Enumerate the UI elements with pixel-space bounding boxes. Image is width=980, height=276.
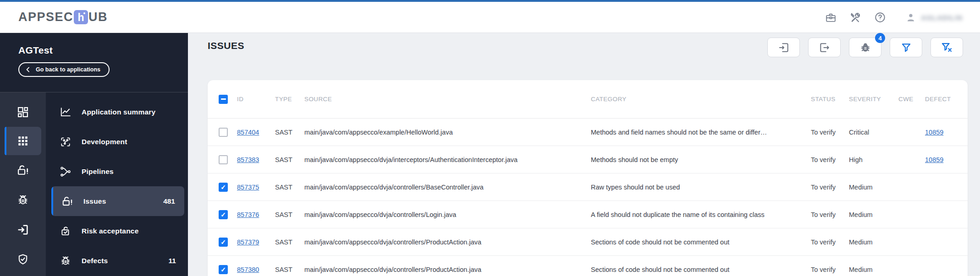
sidebar-item-pipelines[interactable]: Pipelines: [46, 157, 188, 186]
issue-type: SAST: [275, 129, 304, 136]
sidebar-item-label: Issues: [83, 197, 106, 206]
row-checkbox[interactable]: [219, 128, 228, 137]
row-checkbox[interactable]: [219, 210, 228, 219]
issue-type: SAST: [275, 211, 304, 218]
issues-toolbar: 4: [767, 38, 963, 57]
sidebar-item-label: Development: [82, 138, 127, 146]
briefcase-icon[interactable]: [825, 11, 837, 23]
issue-category: Sections of code should not be commented…: [591, 266, 811, 273]
issue-severity: Medium: [849, 211, 898, 218]
issue-source: main/java/com/appsecco/dvja/controllers/…: [304, 238, 591, 246]
export-button[interactable]: [808, 38, 841, 57]
table-row: 857404 SAST main/java/com/appsecco/examp…: [208, 119, 968, 146]
help-icon[interactable]: [874, 11, 886, 23]
issue-id-link[interactable]: 857383: [237, 156, 259, 163]
logo-text-prefix: APPSEC: [18, 10, 73, 24]
issue-category: Sections of code should not be commented…: [591, 238, 811, 246]
issue-id-link[interactable]: 857380: [237, 266, 259, 273]
logo-h-icon: h: [74, 10, 88, 24]
page-title: ISSUES: [208, 40, 244, 51]
column-header-category[interactable]: CATEGORY: [591, 96, 811, 103]
issue-id-link[interactable]: 857404: [237, 129, 259, 136]
row-checkbox[interactable]: [219, 155, 228, 164]
table-row: 857379 SAST main/java/com/appsecco/dvja/…: [208, 228, 968, 256]
column-header-id[interactable]: ID: [237, 96, 275, 103]
filter-clear-icon: [941, 41, 953, 54]
defects-bug-icon: [859, 42, 871, 54]
appsechub-logo[interactable]: APPSEC h UB: [18, 10, 108, 24]
export-icon: [819, 42, 831, 54]
logo-text-suffix: UB: [88, 10, 108, 24]
bug-icon: [17, 194, 29, 206]
column-header-defect[interactable]: DEFECT: [925, 96, 957, 103]
table-row: 857376 SAST main/java/com/appsecco/dvja/…: [208, 201, 968, 228]
issue-status: To verify: [811, 238, 849, 246]
import-icon: [778, 42, 790, 54]
column-header-status[interactable]: STATUS: [811, 96, 849, 103]
issues-count-badge: 481: [163, 197, 175, 206]
select-all-checkbox[interactable]: [219, 95, 228, 104]
rail-item-exit[interactable]: [0, 215, 46, 244]
create-defect-button[interactable]: 4: [849, 38, 881, 57]
defect-link[interactable]: 10859: [925, 129, 943, 136]
issue-type: SAST: [275, 156, 304, 163]
defect-link[interactable]: 10859: [925, 156, 943, 163]
column-header-type[interactable]: TYPE: [275, 96, 304, 103]
issue-severity: High: [849, 156, 898, 163]
column-header-cwe[interactable]: CWE: [898, 96, 925, 103]
chart-line-icon: [60, 106, 72, 118]
top-bar: APPSEC h UB: [0, 0, 980, 33]
rail-item-dashboard[interactable]: [0, 97, 46, 127]
issue-status: To verify: [811, 129, 849, 136]
issue-id-link[interactable]: 857379: [237, 238, 259, 246]
issue-severity: Medium: [849, 184, 898, 191]
issue-severity: Critical: [849, 129, 898, 136]
sidebar-item-issues[interactable]: Issues 481: [51, 186, 184, 216]
issue-type: SAST: [275, 266, 304, 273]
issue-category: A field should not duplicate the name of…: [591, 211, 811, 218]
sidebar-item-development[interactable]: Development: [46, 127, 188, 157]
sidebar-header: AGTest Go back to applications: [0, 33, 188, 92]
issue-status: To verify: [811, 156, 849, 163]
sidebar-item-risk-acceptance[interactable]: Risk acceptance: [46, 216, 188, 246]
dashboard-icon: [17, 106, 29, 119]
sidebar-item-label: Defects: [82, 257, 108, 265]
dev-branch-icon: [60, 136, 72, 148]
sidebar-item-defects[interactable]: Defects 11: [46, 246, 188, 276]
defects-count-badge: 11: [169, 257, 176, 265]
shield-check-icon: [17, 253, 29, 266]
app-root: APPSEC h UB: [0, 0, 980, 276]
issue-id-link[interactable]: 857375: [237, 184, 259, 191]
issue-type: SAST: [275, 184, 304, 191]
sidebar-item-application-summary[interactable]: Application summary: [46, 97, 188, 127]
bug-icon: [60, 255, 72, 267]
user-menu[interactable]: AGLADILIN: [905, 12, 963, 23]
rail-item-apps[interactable]: [5, 127, 41, 155]
column-header-source[interactable]: SOURCE: [304, 96, 591, 103]
rail-item-issues[interactable]: [0, 155, 46, 185]
lock-alert-icon: [61, 195, 73, 207]
icon-rail: [0, 92, 46, 276]
go-back-button[interactable]: Go back to applications: [18, 62, 110, 77]
issue-id-link[interactable]: 857376: [237, 211, 259, 218]
issue-category: Raw types should not be used: [591, 184, 811, 191]
apps-grid-icon: [17, 135, 29, 147]
filter-button[interactable]: [890, 38, 922, 57]
column-header-severity[interactable]: SEVERITY: [849, 96, 898, 103]
issue-severity: Medium: [849, 238, 898, 246]
go-back-label: Go back to applications: [36, 66, 100, 73]
rail-item-security[interactable]: [0, 244, 46, 274]
issue-status: To verify: [811, 184, 849, 191]
tools-icon[interactable]: [849, 11, 861, 23]
row-checkbox[interactable]: [219, 265, 228, 274]
issues-table-card: ID TYPE SOURCE CATEGORY STATUS SEVERITY …: [208, 80, 968, 276]
rail-item-defects[interactable]: [0, 185, 46, 215]
row-checkbox[interactable]: [219, 183, 228, 192]
issue-severity: Medium: [849, 266, 898, 273]
row-checkbox[interactable]: [219, 238, 228, 247]
table-row: 857383 SAST main/java/com/appsecco/dvja/…: [208, 146, 968, 173]
import-button[interactable]: [767, 38, 800, 57]
issue-category: Methods and field names should not be th…: [591, 129, 811, 136]
clear-filter-button[interactable]: [930, 38, 963, 57]
username-text: AGLADILIN: [921, 14, 963, 22]
